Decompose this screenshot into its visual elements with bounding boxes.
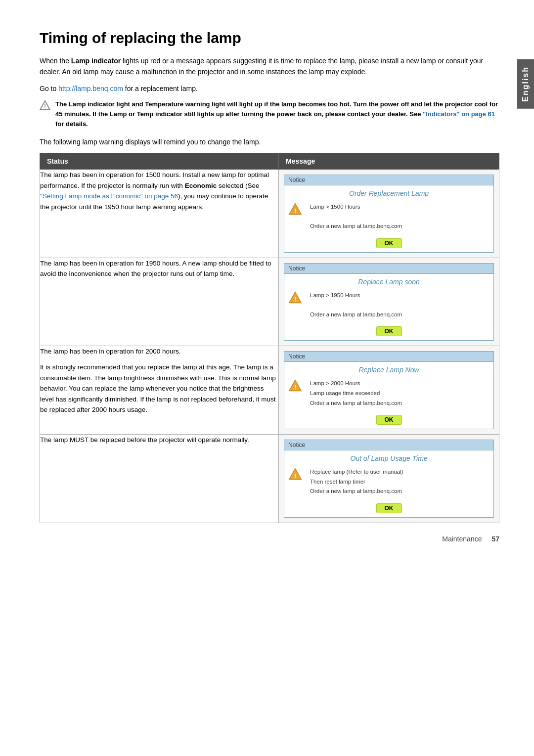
message-cell-4: Notice Out of Lamp Usage Time ! Replace …	[279, 435, 499, 523]
ok-button-4[interactable]: OK	[376, 503, 402, 513]
notice-warn-row-2: ! Lamp > 1950 HoursOrder a new lamp at l…	[284, 288, 493, 325]
table-row: The lamp MUST be replaced before the pro…	[40, 435, 499, 523]
notice-title-3: Replace Lamp Now	[284, 362, 493, 376]
notice-title-4: Out of Lamp Usage Time	[284, 450, 493, 464]
ok-button-1[interactable]: OK	[376, 238, 402, 248]
ok-button-2[interactable]: OK	[376, 326, 402, 336]
message-cell-3: Notice Replace Lamp Now ! Lamp > 2000 Ho…	[279, 346, 499, 435]
intro-paragraph: When the Lamp indicator lights up red or…	[40, 55, 499, 78]
notice-header-2: Notice	[284, 264, 493, 274]
notice-box-2: Notice Replace Lamp soon ! Lamp > 1950 H…	[284, 263, 494, 341]
page-title: Timing of replacing the lamp	[40, 30, 499, 46]
notice-warn-icon-2: !	[288, 291, 302, 305]
ok-button-3[interactable]: OK	[376, 415, 402, 425]
table-row: The lamp has been in operation for 1500 …	[40, 170, 499, 258]
warning-box: ! The Lamp indicator light and Temperatu…	[40, 99, 499, 129]
notice-warn-icon-4: !	[288, 467, 302, 481]
side-tab: English	[517, 59, 534, 109]
svg-text:!: !	[294, 207, 296, 215]
footer-label: Maintenance	[442, 535, 482, 543]
notice-body-3: Lamp > 2000 Hours Lamp usage time exceed…	[306, 378, 406, 411]
benq-link[interactable]: http://lamp.benq.com	[58, 85, 123, 92]
notice-body-4: Replace lamp (Refer to user manual) Then…	[306, 466, 407, 499]
notice-body-1: Lamp > 1500 HoursOrder a new lamp at lam…	[306, 201, 406, 234]
notice-body-2: Lamp > 1950 HoursOrder a new lamp at lam…	[306, 290, 406, 323]
table-row: The lamp has been in operation for 2000 …	[40, 346, 499, 435]
table-row: The lamp has been in operation for 1950 …	[40, 258, 499, 346]
svg-text:!: !	[294, 472, 296, 480]
notice-warn-row-3: ! Lamp > 2000 Hours Lamp usage time exce…	[284, 376, 493, 413]
notice-ok-row-3: OK	[284, 413, 493, 429]
notice-box-3: Notice Replace Lamp Now ! Lamp > 2000 Ho…	[284, 351, 494, 429]
message-cell-2: Notice Replace Lamp soon ! Lamp > 1950 H…	[279, 258, 499, 346]
status-cell-1: The lamp has been in operation for 1500 …	[40, 170, 279, 258]
notice-warn-row-1: ! Lamp > 1500 HoursOrder a new lamp at l…	[284, 199, 493, 236]
warning-icon: !	[40, 100, 50, 115]
warning-text: The Lamp indicator light and Temperature…	[55, 99, 499, 129]
notice-box-1: Notice Order Replacement Lamp ! Lamp > 1…	[284, 175, 494, 253]
footer: Maintenance 57	[40, 535, 499, 543]
link-paragraph: Go to http://lamp.benq.com for a replace…	[40, 85, 499, 92]
notice-box-4: Notice Out of Lamp Usage Time ! Replace …	[284, 440, 494, 518]
following-text: The following lamp warning displays will…	[40, 138, 499, 146]
economic-link-1[interactable]: "Setting Lamp mode as Economic" on page …	[40, 192, 178, 200]
notice-ok-row-4: OK	[284, 501, 493, 517]
footer-page: 57	[491, 535, 499, 543]
col-status: Status	[40, 153, 279, 170]
notice-ok-row-1: OK	[284, 236, 493, 252]
status-cell-4: The lamp MUST be replaced before the pro…	[40, 435, 279, 523]
notice-warn-row-4: ! Replace lamp (Refer to user manual) Th…	[284, 464, 493, 501]
status-cell-2: The lamp has been in operation for 1950 …	[40, 258, 279, 346]
svg-text:!: !	[294, 296, 296, 303]
notice-header-3: Notice	[284, 352, 493, 362]
notice-warn-icon-1: !	[288, 202, 302, 216]
notice-warn-icon-3: !	[288, 379, 302, 393]
page: English Timing of replacing the lamp Whe…	[0, 0, 534, 756]
col-message: Message	[279, 153, 499, 170]
notice-title-1: Order Replacement Lamp	[284, 185, 493, 199]
notice-ok-row-2: OK	[284, 324, 493, 340]
message-cell-1: Notice Order Replacement Lamp ! Lamp > 1…	[279, 170, 499, 258]
notice-header-1: Notice	[284, 175, 493, 185]
svg-text:!: !	[294, 384, 296, 391]
svg-text:!: !	[44, 103, 46, 110]
notice-title-2: Replace Lamp soon	[284, 274, 493, 288]
status-message-table: Status Message The lamp has been in oper…	[40, 153, 499, 523]
status-cell-3: The lamp has been in operation for 2000 …	[40, 346, 279, 435]
notice-header-4: Notice	[284, 440, 493, 450]
